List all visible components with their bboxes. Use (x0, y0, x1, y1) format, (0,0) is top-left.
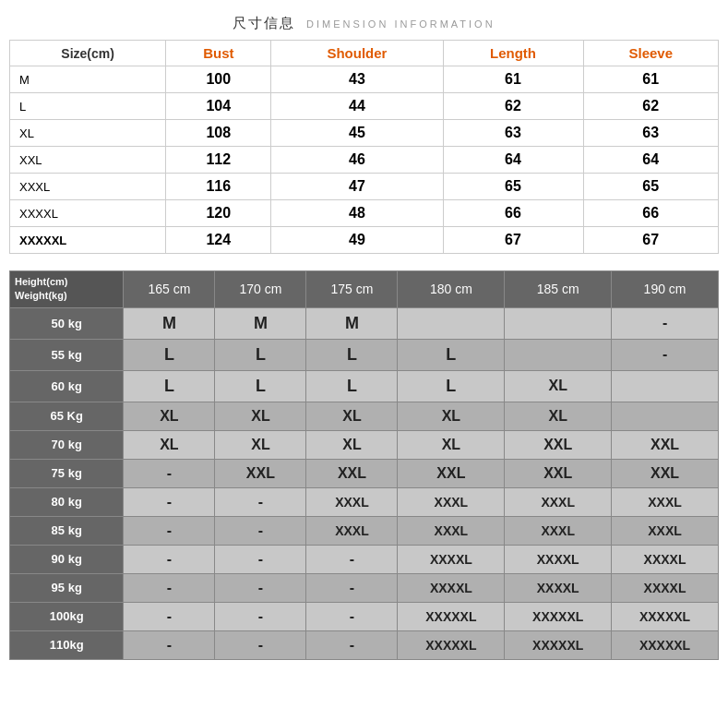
size-row: XXL112466464 (10, 147, 719, 174)
wh-row: 65 KgXLXLXLXLXL (10, 402, 719, 430)
weight-cell-1: 55 kg (10, 339, 124, 370)
weight-cell-3: 65 Kg (10, 402, 124, 430)
wh-cell-6-3: XXXL (398, 487, 505, 516)
wh-cell-5-1: XXL (215, 459, 306, 487)
wh-cell-3-2: XL (306, 402, 398, 430)
wh-cell-8-3: XXXXL (398, 545, 505, 573)
wh-row: 110kg---XXXXXLXXXXXLXXXXXL (10, 630, 719, 659)
size-cell-5-1: 120 (166, 200, 271, 227)
wh-cell-7-2: XXXL (306, 516, 398, 545)
size-cell-3-0: XXL (10, 147, 166, 174)
wh-cell-2-1: L (215, 370, 306, 402)
size-table: Size(cm)BustShoulderLengthSleeve M100436… (9, 40, 719, 254)
wh-cell-9-5: XXXXL (612, 573, 719, 602)
title-zh: 尺寸信息 (233, 15, 295, 30)
size-cell-1-4: 62 (583, 93, 718, 120)
size-cell-3-3: 64 (443, 147, 583, 174)
weight-cell-8: 90 kg (10, 545, 124, 573)
wh-cell-8-0: - (124, 545, 215, 573)
weight-cell-2: 60 kg (10, 370, 124, 402)
wh-cell-10-2: - (306, 602, 398, 630)
size-cell-0-4: 61 (583, 66, 718, 93)
wh-cell-11-0: - (124, 630, 215, 659)
size-row: XXXXL120486666 (10, 200, 719, 227)
wh-cell-4-1: XL (215, 430, 306, 459)
wh-row: 80 kg--XXXLXXXLXXXLXXXL (10, 487, 719, 516)
wh-cell-6-4: XXXL (505, 487, 612, 516)
wh-cell-0-3 (398, 307, 505, 339)
weight-cell-5: 75 kg (10, 459, 124, 487)
title-bar: 尺寸信息 DIMENSION INFORMATION (9, 9, 719, 40)
wh-cell-2-0: L (124, 370, 215, 402)
height-header-5: 190 cm (612, 271, 719, 308)
wh-cell-11-2: - (306, 630, 398, 659)
size-cell-6-1: 124 (166, 227, 271, 254)
wh-cell-6-1: - (215, 487, 306, 516)
weight-cell-7: 85 kg (10, 516, 124, 545)
weight-cell-0: 50 kg (10, 307, 124, 339)
wh-cell-4-3: XL (398, 430, 505, 459)
corner-header: Height(cm)Weight(kg) (10, 271, 124, 308)
wh-row: 95 kg---XXXXLXXXXLXXXXL (10, 573, 719, 602)
wh-cell-5-5: XXL (612, 459, 719, 487)
wh-cell-2-4: XL (505, 370, 612, 402)
wh-cell-7-4: XXXL (505, 516, 612, 545)
wh-cell-8-4: XXXXL (505, 545, 612, 573)
size-header-3: Length (443, 41, 583, 66)
size-row: XXXXXL124496767 (10, 227, 719, 254)
size-cell-1-0: L (10, 93, 166, 120)
wh-cell-0-0: M (124, 307, 215, 339)
wh-cell-9-2: - (306, 573, 398, 602)
wh-table: Height(cm)Weight(kg)165 cm170 cm175 cm18… (9, 270, 719, 660)
size-cell-2-2: 45 (271, 120, 443, 147)
size-cell-0-0: M (10, 66, 166, 93)
size-cell-2-3: 63 (443, 120, 583, 147)
wh-row: 100kg---XXXXXLXXXXXLXXXXXL (10, 602, 719, 630)
wh-cell-10-4: XXXXXL (505, 602, 612, 630)
weight-cell-11: 110kg (10, 630, 124, 659)
wh-cell-10-0: - (124, 602, 215, 630)
weight-cell-10: 100kg (10, 602, 124, 630)
wh-cell-5-3: XXL (398, 459, 505, 487)
size-cell-1-3: 62 (443, 93, 583, 120)
wh-row: 50 kgMMM- (10, 307, 719, 339)
wh-cell-11-1: - (215, 630, 306, 659)
wh-cell-10-1: - (215, 602, 306, 630)
height-header-3: 180 cm (398, 271, 505, 308)
size-cell-2-1: 108 (166, 120, 271, 147)
size-header-1: Bust (166, 41, 271, 66)
wh-cell-11-4: XXXXXL (505, 630, 612, 659)
height-header-1: 170 cm (215, 271, 306, 308)
wh-cell-3-1: XL (215, 402, 306, 430)
size-row: XXXL116476565 (10, 174, 719, 200)
wh-cell-8-1: - (215, 545, 306, 573)
weight-cell-6: 80 kg (10, 487, 124, 516)
wh-cell-5-0: - (124, 459, 215, 487)
wh-cell-0-2: M (306, 307, 398, 339)
size-cell-6-4: 67 (583, 227, 718, 254)
wh-cell-0-4 (505, 307, 612, 339)
size-cell-5-0: XXXXL (10, 200, 166, 227)
wh-cell-11-5: XXXXXL (612, 630, 719, 659)
wh-cell-1-2: L (306, 339, 398, 370)
size-header-2: Shoulder (271, 41, 443, 66)
wh-cell-1-0: L (124, 339, 215, 370)
wh-cell-8-2: - (306, 545, 398, 573)
size-cell-1-1: 104 (166, 93, 271, 120)
wh-row: 90 kg---XXXXLXXXXLXXXXL (10, 545, 719, 573)
wh-cell-1-4 (505, 339, 612, 370)
wh-cell-4-5: XXL (612, 430, 719, 459)
size-row: M100436161 (10, 66, 719, 93)
wh-cell-6-5: XXXL (612, 487, 719, 516)
size-cell-0-3: 61 (443, 66, 583, 93)
wh-cell-10-5: XXXXXL (612, 602, 719, 630)
wh-cell-7-0: - (124, 516, 215, 545)
wh-row: 60 kgLLLLXL (10, 370, 719, 402)
page-wrapper: 尺寸信息 DIMENSION INFORMATION Size(cm)BustS… (0, 0, 728, 669)
wh-cell-11-3: XXXXXL (398, 630, 505, 659)
wh-cell-1-5: - (612, 339, 719, 370)
wh-cell-10-3: XXXXXL (398, 602, 505, 630)
size-cell-4-4: 65 (583, 174, 718, 200)
size-cell-1-2: 44 (271, 93, 443, 120)
size-header-0: Size(cm) (10, 41, 166, 66)
